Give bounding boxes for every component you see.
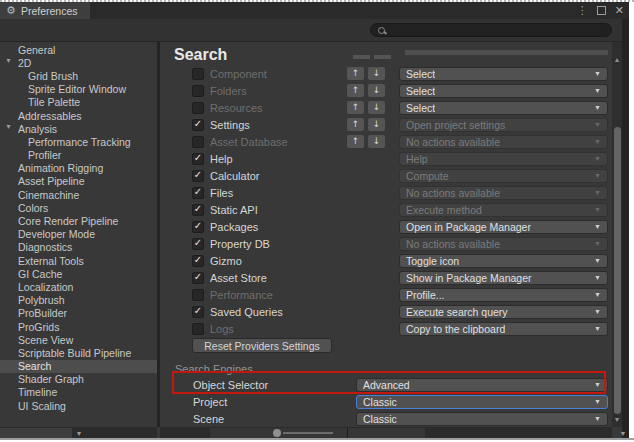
reset-providers-button[interactable]: Reset Providers Settings	[192, 338, 332, 353]
engine-dropdown[interactable]: Classic▼	[356, 395, 608, 409]
default-action-dropdown[interactable]: No actions available▼	[399, 186, 608, 200]
sidebar-item-probuilder[interactable]: ProBuilder	[0, 307, 157, 320]
sidebar-item-analysis[interactable]: ▼Analysis	[0, 122, 157, 135]
checkbox-checked[interactable]: ✓	[192, 272, 204, 284]
checkbox-unchecked[interactable]	[192, 289, 204, 301]
checkbox-checked[interactable]: ✓	[192, 255, 204, 267]
default-action-dropdown[interactable]: Help▼	[399, 152, 608, 166]
checkbox-checked[interactable]: ✓	[192, 170, 204, 182]
sidebar-item-label: General	[18, 44, 55, 56]
sidebar-item-2d[interactable]: ▼2D	[0, 56, 157, 69]
sidebar-item-developer-mode[interactable]: Developer Mode	[0, 228, 157, 241]
sidebar-item-core-render-pipeline[interactable]: Core Render Pipeline	[0, 214, 157, 227]
search-input[interactable]	[370, 23, 612, 37]
sidebar-item-profiler[interactable]: Profiler	[0, 149, 157, 162]
provider-label: Logs	[210, 323, 347, 335]
default-action-dropdown[interactable]: Select▼	[399, 84, 608, 98]
sidebar-item-asset-pipeline[interactable]: Asset Pipeline	[0, 175, 157, 188]
checkbox-unchecked[interactable]	[192, 68, 204, 80]
checkbox-checked[interactable]: ✓	[192, 187, 204, 199]
move-down-button[interactable]: ↓	[368, 67, 385, 80]
move-up-button[interactable]: ↑	[347, 67, 364, 80]
sidebar-item-shader-graph[interactable]: Shader Graph	[0, 373, 157, 386]
scroll-up-icon[interactable]: ▲	[612, 56, 622, 63]
default-action-dropdown[interactable]: Show in Package Manager▼	[399, 271, 608, 285]
sidebar-item-grid-brush[interactable]: Grid Brush	[0, 69, 157, 82]
checkbox-checked[interactable]: ✓	[192, 221, 204, 233]
move-down-button[interactable]: ↓	[368, 135, 385, 148]
checkbox-checked[interactable]: ✓	[192, 306, 204, 318]
default-action-dropdown[interactable]: Execute search query▼	[399, 305, 608, 319]
sidebar-item-label: Timeline	[18, 386, 57, 398]
engine-label: Object Selector	[193, 379, 356, 391]
default-action-dropdown[interactable]: Profile...▼	[399, 288, 608, 302]
move-down-button[interactable]: ↓	[368, 101, 385, 114]
sidebar-item-animation-rigging[interactable]: Animation Rigging	[0, 162, 157, 175]
move-up-button[interactable]: ↑	[347, 135, 364, 148]
chevron-down-icon[interactable]: ▼	[617, 429, 629, 438]
checkbox-unchecked[interactable]	[192, 136, 204, 148]
scrollbar-thumb[interactable]	[614, 127, 621, 414]
move-up-button[interactable]: ↑	[347, 101, 364, 114]
default-action-dropdown[interactable]: Open in Package Manager▼	[399, 220, 608, 234]
default-action-dropdown[interactable]: Select▼	[399, 101, 608, 115]
checkbox-checked[interactable]: ✓	[192, 153, 204, 165]
chevron-down-icon[interactable]: ▼	[5, 123, 12, 130]
sidebar-item-ui-scaling[interactable]: UI Scaling	[0, 399, 157, 412]
default-action-dropdown[interactable]: No actions available▼	[399, 135, 608, 149]
sidebar-item-scene-view[interactable]: Scene View	[0, 333, 157, 346]
chevron-down-icon: ▼	[594, 155, 601, 162]
chevron-down-icon[interactable]: ▼	[72, 427, 86, 438]
sidebar-horizontal-scrollbar[interactable]: ▼	[0, 427, 157, 438]
engine-dropdown[interactable]: Advanced▼	[356, 378, 608, 392]
default-action-dropdown[interactable]: Toggle icon▼	[399, 254, 608, 268]
provider-label: Saved Queries	[210, 306, 347, 318]
maximize-icon[interactable]	[597, 6, 606, 15]
checkbox-unchecked[interactable]	[192, 85, 204, 97]
chevron-down-icon: ▼	[594, 240, 601, 247]
scroll-down-icon[interactable]: ▼	[612, 416, 622, 423]
sidebar-item-diagnostics[interactable]: Diagnostics	[0, 241, 157, 254]
default-action-dropdown[interactable]: No actions available▼	[399, 237, 608, 251]
sidebar-item-progrids[interactable]: ProGrids	[0, 320, 157, 333]
default-action-dropdown[interactable]: Copy to the clipboard▼	[399, 322, 608, 336]
sidebar-item-sprite-editor-window[interactable]: Sprite Editor Window	[0, 83, 157, 96]
sidebar-item-scriptable-build-pipeline[interactable]: Scriptable Build Pipeline	[0, 346, 157, 359]
engine-dropdown[interactable]: Classic▼	[356, 412, 608, 426]
sidebar-item-gi-cache[interactable]: GI Cache	[0, 267, 157, 280]
sidebar-item-search[interactable]: Search	[0, 360, 157, 373]
checkbox-unchecked[interactable]	[192, 102, 204, 114]
checkbox-checked[interactable]: ✓	[192, 119, 204, 131]
sidebar-item-external-tools[interactable]: External Tools	[0, 254, 157, 267]
default-action-dropdown[interactable]: Compute▼	[399, 169, 608, 183]
close-icon[interactable]: ✕	[615, 4, 624, 17]
sidebar-item-label: GI Cache	[18, 268, 62, 280]
move-down-button[interactable]: ↓	[368, 118, 385, 131]
sidebar-item-timeline[interactable]: Timeline	[0, 386, 157, 399]
window-menu-icon[interactable]: ⋮	[577, 4, 588, 17]
scrollbar-thumb[interactable]	[0, 428, 72, 438]
move-down-button[interactable]: ↓	[368, 84, 385, 97]
sidebar-item-performance-tracking[interactable]: Performance Tracking	[0, 135, 157, 148]
sidebar-item-general[interactable]: General	[0, 43, 157, 56]
default-action-dropdown[interactable]: Select▼	[399, 67, 608, 81]
move-up-button[interactable]: ↑	[347, 118, 364, 131]
slider-handle[interactable]	[273, 429, 281, 437]
sidebar-item-colors[interactable]: Colors	[0, 201, 157, 214]
move-up-button[interactable]: ↑	[347, 84, 364, 97]
chevron-down-icon[interactable]: ▼	[5, 57, 12, 64]
vertical-scrollbar[interactable]: ▲ ▼	[612, 42, 622, 427]
sidebar-item-localization[interactable]: Localization	[0, 280, 157, 293]
default-action-dropdown[interactable]: Open project settings▼	[399, 118, 608, 132]
reorder-controls: ↑↓	[347, 118, 385, 131]
checkbox-checked[interactable]: ✓	[192, 238, 204, 250]
sidebar-item-cinemachine[interactable]: Cinemachine	[0, 188, 157, 201]
sidebar-item-addressables[interactable]: Addressables	[0, 109, 157, 122]
preferences-tab[interactable]: ⚙ Preferences	[0, 2, 90, 19]
sidebar-item-tile-palette[interactable]: Tile Palette	[0, 96, 157, 109]
checkbox-unchecked[interactable]	[192, 323, 204, 335]
default-action-dropdown[interactable]: Execute method▼	[399, 203, 608, 217]
sidebar-item-polybrush[interactable]: Polybrush	[0, 294, 157, 307]
main-bottom-bar[interactable]	[160, 427, 612, 438]
checkbox-checked[interactable]: ✓	[192, 204, 204, 216]
